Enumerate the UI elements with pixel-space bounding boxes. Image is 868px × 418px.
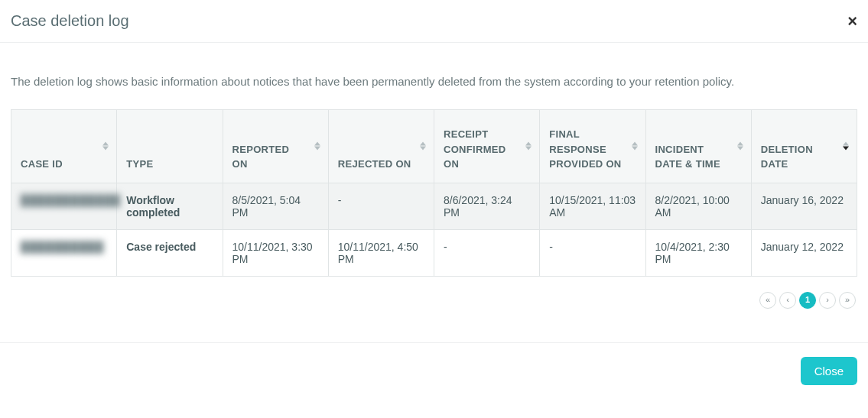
cell-rejected-on: - bbox=[328, 183, 434, 229]
cell-incident-datetime: 8/2/2021, 10:00 AM bbox=[645, 183, 751, 229]
page-number-button[interactable]: 1 bbox=[799, 292, 816, 309]
col-label: REPORTED ON bbox=[232, 144, 290, 170]
page-first-button[interactable]: « bbox=[759, 292, 776, 309]
cell-reported-on: 8/5/2021, 5:04 PM bbox=[223, 183, 328, 229]
pagination: « ‹ 1 › » bbox=[11, 292, 857, 309]
sort-icon[interactable] bbox=[102, 142, 109, 151]
col-receipt-confirmed-on[interactable]: RECEIPT CONFIRMED ON bbox=[434, 109, 540, 183]
col-label: DELETION DATE bbox=[761, 144, 813, 170]
col-type[interactable]: TYPE bbox=[117, 109, 223, 183]
modal-footer: Close bbox=[0, 342, 868, 399]
sort-icon[interactable] bbox=[420, 142, 426, 151]
cell-incident-datetime: 10/4/2021, 2:30 PM bbox=[645, 229, 751, 276]
sort-icon[interactable] bbox=[525, 142, 532, 151]
cell-type: Case rejected bbox=[117, 229, 223, 276]
col-deletion-date[interactable]: DELETION DATE bbox=[751, 109, 857, 183]
col-case-id[interactable]: CASE ID bbox=[11, 109, 117, 183]
col-reported-on[interactable]: REPORTED ON bbox=[223, 109, 328, 183]
deletion-log-modal: Case deletion log × The deletion log sho… bbox=[0, 0, 868, 399]
cell-final-response-on: - bbox=[540, 229, 645, 276]
deletion-log-table: CASE ID TYPE REPORTED ON REJECTED ON bbox=[11, 109, 857, 277]
col-label: REJECTED ON bbox=[338, 158, 411, 170]
modal-title: Case deletion log bbox=[11, 12, 129, 30]
sort-icon[interactable] bbox=[314, 142, 320, 151]
col-label: TYPE bbox=[126, 158, 153, 170]
modal-header: Case deletion log × bbox=[0, 0, 868, 43]
cell-receipt-confirmed-on: - bbox=[434, 229, 540, 276]
cell-case-id: ██████████ bbox=[11, 229, 117, 276]
page-last-button[interactable]: » bbox=[839, 292, 856, 309]
cell-reported-on: 10/11/2021, 3:30 PM bbox=[223, 229, 328, 276]
table-row: ██████████ Case rejected 10/11/2021, 3:3… bbox=[11, 229, 857, 276]
cell-deletion-date: January 16, 2022 bbox=[751, 183, 857, 229]
close-button[interactable]: Close bbox=[801, 357, 857, 385]
col-incident-datetime[interactable]: INCIDENT DATE & TIME bbox=[645, 109, 751, 183]
sort-icon[interactable] bbox=[843, 142, 849, 151]
page-prev-button[interactable]: ‹ bbox=[779, 292, 796, 309]
cell-rejected-on: 10/11/2021, 4:50 PM bbox=[328, 229, 434, 276]
redacted-text: ████████████ bbox=[21, 194, 121, 206]
col-final-response-on[interactable]: FINAL RESPONSE PROVIDED ON bbox=[540, 109, 645, 183]
close-icon[interactable]: × bbox=[847, 13, 857, 30]
modal-body: The deletion log shows basic information… bbox=[0, 43, 868, 319]
cell-type: Workflow completed bbox=[117, 183, 223, 229]
redacted-text: ██████████ bbox=[21, 241, 104, 253]
col-label: INCIDENT DATE & TIME bbox=[655, 144, 720, 170]
cell-final-response-on: 10/15/2021, 11:03 AM bbox=[540, 183, 645, 229]
sort-icon[interactable] bbox=[632, 142, 638, 151]
page-next-button[interactable]: › bbox=[819, 292, 836, 309]
cell-case-id: ████████████ bbox=[11, 183, 117, 229]
cell-receipt-confirmed-on: 8/6/2021, 3:24 PM bbox=[434, 183, 540, 229]
col-label: FINAL RESPONSE PROVIDED ON bbox=[549, 128, 621, 170]
col-label: RECEIPT CONFIRMED ON bbox=[444, 128, 506, 170]
col-rejected-on[interactable]: REJECTED ON bbox=[328, 109, 434, 183]
sort-icon[interactable] bbox=[737, 142, 743, 151]
table-row: ████████████ Workflow completed 8/5/2021… bbox=[11, 183, 857, 229]
table-header-row: CASE ID TYPE REPORTED ON REJECTED ON bbox=[11, 109, 857, 183]
intro-text: The deletion log shows basic information… bbox=[11, 73, 857, 91]
col-label: CASE ID bbox=[21, 158, 63, 170]
cell-deletion-date: January 12, 2022 bbox=[751, 229, 857, 276]
